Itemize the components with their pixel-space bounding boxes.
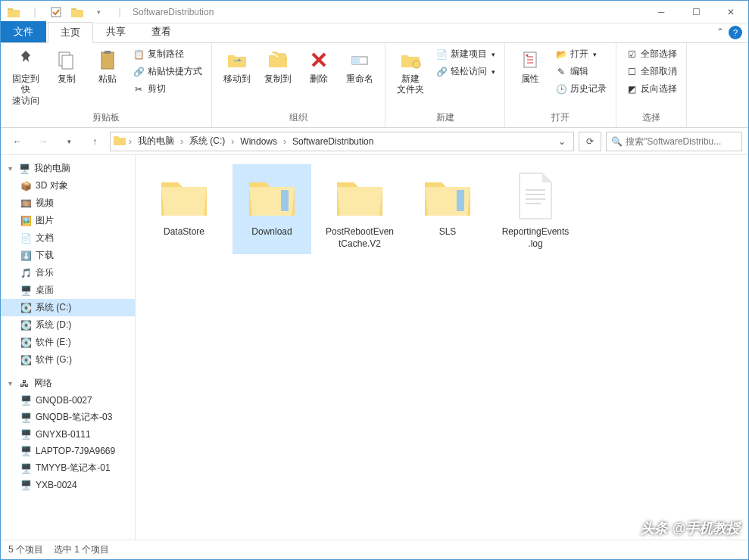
breadcrumb-item[interactable]: Windows	[237, 136, 280, 147]
open-button[interactable]: 📂打开▾	[552, 46, 610, 62]
folder-item[interactable]: Download	[233, 164, 311, 254]
newfolder-button[interactable]: 新建 文件夹	[392, 46, 429, 97]
tree-3dobjects[interactable]: 📦3D 对象	[1, 177, 135, 194]
pc-icon: 🖥️	[19, 445, 33, 457]
tree-netpc[interactable]: 🖥️GNQDB-0027	[1, 392, 135, 409]
logfile-item[interactable]: ReportingEvents.log	[496, 164, 575, 254]
breadcrumb-sep-icon[interactable]: ›	[179, 136, 185, 147]
tab-share[interactable]: 共享	[93, 21, 139, 42]
properties-icon	[518, 48, 542, 72]
copy-button[interactable]: 复制	[48, 46, 86, 86]
tree-downloads[interactable]: ⬇️下载	[1, 247, 135, 264]
back-button[interactable]: ←	[7, 131, 28, 152]
invertsel-button[interactable]: ◩反向选择	[623, 81, 680, 97]
checkbox-icon[interactable]	[48, 4, 64, 20]
folder-item[interactable]: PostRebootEventCache.V2	[320, 164, 399, 254]
tree-netpc[interactable]: 🖥️GNQDB-笔记本-03	[1, 409, 135, 426]
tree-netpc[interactable]: 🖥️GNYXB-0111	[1, 426, 135, 443]
breadcrumb-sep-icon[interactable]: ›	[127, 136, 133, 147]
minimize-button[interactable]: ─	[644, 1, 679, 23]
folder-icon	[114, 135, 126, 148]
tree-label: 视频	[36, 197, 54, 210]
easyaccess-button[interactable]: 🔗轻松访问▾	[432, 64, 498, 79]
breadcrumb-dropdown-icon[interactable]: ⌄	[554, 136, 570, 147]
copypath-label: 复制路径	[148, 48, 184, 61]
maximize-button[interactable]: ☐	[679, 1, 713, 23]
ribbon-collapse-icon[interactable]: ⌃	[716, 26, 724, 37]
open-icon: 📂	[555, 48, 567, 61]
ribbon-group-select: ☑全部选择 ☐全部取消 ◩反向选择 选择	[616, 43, 687, 127]
folder-icon[interactable]	[69, 4, 86, 20]
search-input[interactable]	[626, 136, 737, 147]
folder-icon[interactable]	[5, 4, 22, 20]
forward-button[interactable]: →	[33, 131, 54, 152]
tree-mycomputer[interactable]: ▾🖥️我的电脑	[1, 160, 135, 177]
pin-button[interactable]: 固定到快 速访问	[7, 46, 45, 107]
tree-desktop[interactable]: 🖥️桌面	[1, 282, 135, 299]
expand-icon[interactable]: ▾	[5, 379, 14, 387]
history-button[interactable]: 🕒历史记录	[552, 81, 610, 97]
tree-drive-g[interactable]: 💽软件 (G:)	[1, 351, 135, 369]
tree-network[interactable]: ▾🖧网络	[1, 375, 135, 392]
tree-pictures[interactable]: 🖼️图片	[1, 212, 135, 229]
ribbon-group-organize: 移动到 复制到 删除 重命名 组织	[212, 43, 385, 127]
copyto-button[interactable]: 复制到	[259, 46, 297, 86]
breadcrumb-item[interactable]: 系统 (C:)	[186, 135, 228, 148]
close-button[interactable]: ✕	[713, 1, 748, 23]
tree-drive-c[interactable]: 💽系统 (C:)	[1, 299, 135, 316]
svg-rect-0	[51, 8, 61, 17]
history-icon: 🕒	[555, 83, 567, 95]
folder-item[interactable]: SLS	[408, 164, 487, 254]
breadcrumb-item[interactable]: 我的电脑	[135, 135, 177, 148]
quick-access-toolbar: | ▾ |	[5, 4, 128, 20]
tab-file[interactable]: 文件	[1, 21, 46, 42]
delete-button[interactable]: 删除	[300, 46, 338, 86]
edit-icon: ✎	[555, 66, 567, 78]
documents-icon: 📄	[19, 232, 33, 244]
tree-netpc[interactable]: 🖥️YXB-0024	[1, 477, 135, 493]
folder-item[interactable]: DataStore	[145, 164, 223, 254]
tab-home[interactable]: 主页	[48, 22, 93, 43]
breadcrumb-item[interactable]: SoftwareDistribution	[289, 136, 376, 147]
help-icon[interactable]: ?	[729, 26, 742, 39]
selectall-label: 全部选择	[641, 48, 677, 61]
group-open-label: 打开	[511, 110, 610, 126]
svg-point-7	[413, 61, 420, 68]
qat-dropdown-icon[interactable]: ▾	[90, 4, 107, 20]
network-icon: 🖧	[17, 378, 31, 390]
selectnone-button[interactable]: ☐全部取消	[623, 64, 680, 79]
newitem-button[interactable]: 📄新建项目▾	[432, 46, 498, 62]
paste-button[interactable]: 粘贴	[89, 46, 126, 86]
newfolder-icon	[398, 48, 423, 72]
recent-dropdown[interactable]: ▾	[58, 131, 80, 152]
tree-netpc[interactable]: 🖥️TMYYB-笔记本-01	[1, 459, 135, 477]
selectall-button[interactable]: ☑全部选择	[623, 46, 680, 62]
tree-label: GNQDB-0027	[36, 395, 92, 406]
up-button[interactable]: ↑	[84, 131, 105, 152]
breadcrumb[interactable]: › 我的电脑 › 系统 (C:) › Windows › SoftwareDis…	[110, 132, 574, 151]
search-box[interactable]: 🔍	[606, 132, 742, 151]
shortcut-icon: 🔗	[133, 66, 145, 78]
tree-videos[interactable]: 🎞️视频	[1, 194, 135, 212]
rename-button[interactable]: 重命名	[341, 46, 379, 86]
tab-view[interactable]: 查看	[139, 21, 184, 42]
edit-button[interactable]: ✎编辑	[552, 64, 610, 79]
tree-netpc[interactable]: 🖥️LAPTOP-7J9A9669	[1, 443, 135, 459]
copypath-button[interactable]: 📋复制路径	[130, 46, 205, 62]
tree-music[interactable]: 🎵音乐	[1, 264, 135, 282]
tree-documents[interactable]: 📄文档	[1, 229, 135, 247]
tree-drive-e[interactable]: 💽软件 (E:)	[1, 334, 135, 351]
tree-drive-d[interactable]: 💽系统 (D:)	[1, 316, 135, 334]
pasteshortcut-button[interactable]: 🔗粘贴快捷方式	[130, 64, 205, 79]
breadcrumb-sep-icon[interactable]: ›	[282, 136, 288, 147]
refresh-button[interactable]: ⟳	[579, 132, 601, 151]
cut-button[interactable]: ✂剪切	[130, 81, 205, 97]
group-organize-label: 组织	[218, 110, 379, 126]
properties-button[interactable]: 属性	[511, 46, 549, 86]
rename-label: 重命名	[346, 73, 373, 84]
expand-icon[interactable]: ▾	[5, 164, 14, 173]
moveto-button[interactable]: 移动到	[218, 46, 256, 86]
copy-label: 复制	[58, 73, 76, 84]
breadcrumb-sep-icon[interactable]: ›	[229, 136, 236, 147]
content-area[interactable]: DataStore Download PostRebootEventCache.…	[136, 155, 748, 540]
